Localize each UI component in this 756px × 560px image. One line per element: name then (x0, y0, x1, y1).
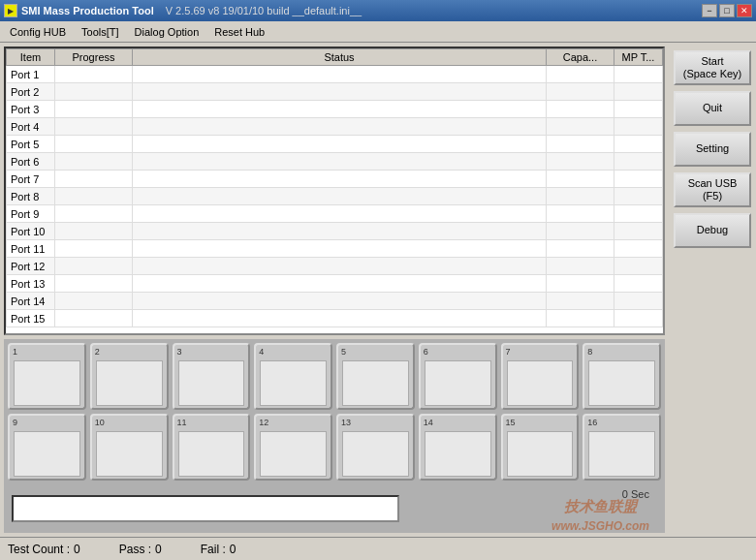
menu-dialog-option[interactable]: Dialog Option (127, 21, 207, 42)
port-panel: 9 (8, 414, 86, 481)
port-panel: 4 (254, 343, 332, 410)
cell-mpt (614, 153, 663, 171)
cell-progress (55, 293, 133, 310)
cell-status (133, 153, 547, 171)
fail-label: Fail : (201, 543, 226, 556)
cell-mpt (614, 171, 663, 188)
time-label: 0 Sec (622, 486, 649, 500)
fail-value: 0 (230, 543, 236, 556)
col-header-capa: Capa... (547, 49, 614, 66)
port-square (96, 360, 163, 406)
port-square (588, 431, 655, 477)
port-square (14, 431, 80, 477)
table-row: Port 3 (7, 101, 663, 118)
port-panel: 1 (8, 343, 86, 410)
port-panel: 11 (173, 414, 251, 481)
cell-progress (55, 101, 133, 118)
cell-progress (55, 171, 133, 188)
port-number: 7 (506, 347, 511, 357)
table-row: Port 10 (7, 223, 663, 240)
port-panel: 15 (501, 414, 580, 481)
cell-status (133, 83, 547, 101)
menu-reset-hub[interactable]: Reset Hub (206, 21, 272, 42)
cell-mpt (614, 223, 663, 240)
table-row: Port 13 (7, 275, 663, 293)
cell-mpt (614, 136, 663, 153)
cell-status (133, 118, 547, 136)
right-sidebar: Start(Space Key) Quit Setting Scan USB(F… (669, 43, 756, 537)
port-number: 2 (95, 347, 100, 357)
table-row: Port 8 (7, 188, 663, 205)
debug-button[interactable]: Debug (674, 213, 751, 248)
cell-progress (55, 223, 133, 240)
port-square (178, 431, 245, 477)
progress-area: 0 Sec 技术鱼联盟www.JSGHO.com (4, 484, 665, 533)
port-square (588, 360, 655, 406)
port-number: 12 (259, 418, 268, 427)
cell-mpt (614, 258, 663, 275)
table-scroll[interactable]: Item Progress Status Capa... MP T... Por… (6, 48, 663, 333)
port-square (260, 431, 327, 477)
port-number: 15 (506, 418, 516, 427)
cell-capa (547, 101, 614, 118)
cell-progress (55, 240, 133, 258)
cell-status (133, 293, 547, 310)
port-panel: 14 (419, 414, 497, 481)
progress-bar (12, 495, 399, 522)
port-panel: 12 (254, 414, 332, 481)
menu-config-hub[interactable]: Config HUB (2, 21, 74, 42)
port-panel: 7 (501, 343, 580, 410)
cell-item: Port 14 (7, 293, 55, 310)
port-number: 13 (341, 418, 351, 427)
port-panel: 8 (583, 343, 661, 410)
cell-capa (547, 223, 614, 240)
table-row: Port 9 (7, 205, 663, 223)
cell-capa (547, 83, 614, 101)
cell-mpt (614, 275, 663, 293)
cell-item: Port 9 (7, 205, 55, 223)
title-bar-left: ▶ SMI Mass Production Tool V 2.5.69 v8 1… (4, 4, 362, 17)
cell-status (133, 240, 547, 258)
cell-status (133, 223, 547, 240)
close-button[interactable]: ✕ (737, 4, 752, 17)
table-row: Port 1 (7, 66, 663, 83)
pass-label: Pass : (119, 543, 151, 556)
cell-item: Port 4 (7, 118, 55, 136)
cell-mpt (614, 205, 663, 223)
cell-capa (547, 240, 614, 258)
port-square (178, 360, 245, 406)
maximize-button[interactable]: □ (719, 4, 735, 17)
scan-usb-button[interactable]: Scan USB(F5) (674, 172, 751, 207)
cell-progress (55, 83, 133, 101)
table-row: Port 5 (7, 136, 663, 153)
setting-button[interactable]: Setting (674, 132, 751, 167)
table-row: Port 2 (7, 83, 663, 101)
table-row: Port 14 (7, 293, 663, 310)
cell-capa (547, 136, 614, 153)
port-square (14, 360, 80, 406)
cell-capa (547, 275, 614, 293)
cell-progress (55, 275, 133, 293)
cell-mpt (614, 188, 663, 205)
port-square (260, 360, 327, 406)
cell-capa (547, 258, 614, 275)
menu-bar: Config HUB Tools[T] Dialog Option Reset … (0, 21, 756, 43)
cell-status (133, 188, 547, 205)
cell-status (133, 136, 547, 153)
cell-item: Port 15 (7, 310, 55, 327)
cell-progress (55, 188, 133, 205)
minimize-button[interactable]: − (702, 4, 717, 17)
cell-status (133, 258, 547, 275)
start-button[interactable]: Start(Space Key) (674, 50, 751, 85)
table-row: Port 12 (7, 258, 663, 275)
quit-button[interactable]: Quit (674, 91, 751, 126)
menu-tools[interactable]: Tools[T] (74, 21, 127, 42)
cell-status (133, 310, 547, 327)
port-number: 1 (13, 347, 17, 357)
port-number: 11 (177, 418, 187, 427)
port-panel: 10 (90, 414, 169, 481)
title-bar: ▶ SMI Mass Production Tool V 2.5.69 v8 1… (0, 0, 756, 21)
port-square (507, 431, 574, 477)
port-number: 9 (13, 418, 17, 427)
ports-area: 1 2 3 4 5 6 7 8 9 10 (4, 339, 665, 484)
